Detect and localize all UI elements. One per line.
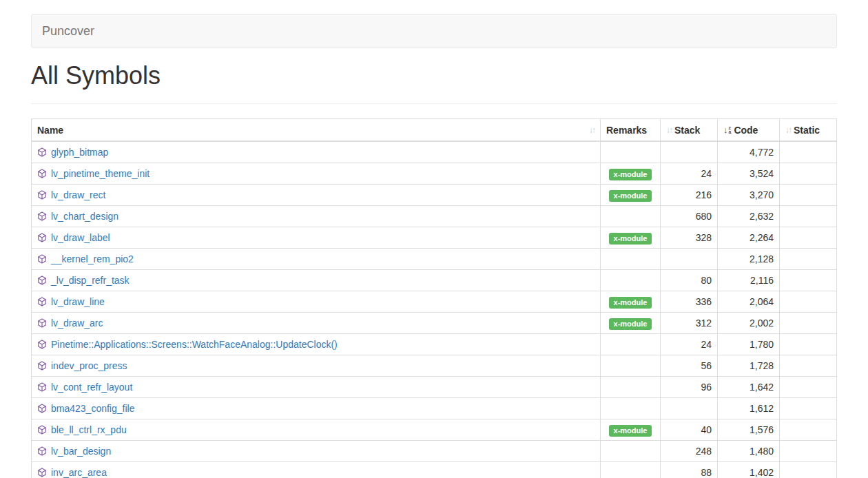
code-cell: 1,402 [718, 462, 780, 478]
code-cell: 1,576 [718, 419, 780, 441]
symbol-link[interactable]: lv_pinetime_theme_init [51, 167, 149, 180]
symbol-name-cell: lv_bar_design [32, 441, 601, 462]
symbol-name-cell: lv_draw_arc [32, 313, 601, 334]
static-cell [780, 313, 837, 334]
static-cell [780, 141, 837, 163]
symbol-name-cell: lv_draw_label [32, 227, 601, 249]
symbol-link[interactable]: lv_chart_design [51, 209, 118, 223]
table-header-row: Name Remarks Stack [32, 119, 837, 142]
sort-icon [785, 123, 791, 137]
static-cell [780, 377, 837, 398]
symbol-link[interactable]: indev_proc_press [51, 359, 127, 373]
x-module-badge: x-module [609, 318, 652, 330]
column-header-stack[interactable]: Stack [661, 119, 718, 142]
remarks-cell: x-module [601, 227, 661, 249]
column-header-remarks[interactable]: Remarks [601, 119, 661, 142]
code-cell: 2,632 [718, 206, 780, 227]
stack-cell: 248 [661, 441, 718, 462]
symbol-link[interactable]: bma423_config_file [51, 402, 134, 415]
cube-icon [37, 468, 47, 477]
symbol-name-cell: _lv_disp_refr_task [32, 270, 601, 291]
column-header-static[interactable]: Static [780, 119, 837, 142]
code-cell: 3,524 [718, 163, 780, 185]
symbol-name-cell: __kernel_rem_pio2 [32, 249, 601, 270]
static-cell [780, 249, 837, 270]
sort-descending-icon: ↓ z a [723, 123, 731, 137]
column-header-name[interactable]: Name [32, 119, 601, 142]
symbol-link[interactable]: lv_draw_label [51, 231, 110, 245]
cube-icon [37, 190, 47, 200]
static-cell [780, 462, 837, 478]
code-cell: 1,642 [718, 377, 780, 398]
cube-icon [37, 446, 47, 456]
stack-cell [661, 249, 718, 270]
code-cell: 2,264 [718, 227, 780, 249]
code-cell: 3,270 [718, 185, 780, 206]
symbol-link[interactable]: __kernel_rem_pio2 [51, 252, 134, 266]
cube-icon [37, 233, 47, 242]
cube-icon [37, 297, 47, 306]
code-cell: 1,780 [718, 334, 780, 355]
symbol-link[interactable]: _lv_disp_refr_task [51, 273, 130, 287]
static-cell [780, 163, 837, 185]
stack-cell: 24 [661, 334, 718, 355]
table-row: lv_pinetime_theme_init x-module 24 3,524 [32, 163, 837, 185]
symbol-link[interactable]: lv_cont_refr_layout [51, 380, 132, 394]
symbol-link[interactable]: ble_ll_ctrl_rx_pdu [51, 423, 127, 437]
remarks-cell [601, 206, 661, 227]
stack-cell: 56 [661, 355, 718, 377]
stack-cell: 24 [661, 163, 718, 185]
static-cell [780, 227, 837, 249]
static-cell [780, 398, 837, 419]
code-cell: 4,772 [718, 141, 780, 163]
symbol-name-cell: indev_proc_press [32, 355, 601, 377]
page-header: All Symbols [31, 62, 837, 104]
navbar-brand-link[interactable]: Puncover [32, 14, 105, 48]
code-cell: 2,128 [718, 249, 780, 270]
table-row: _lv_disp_refr_task 80 2,116 [32, 270, 837, 291]
remarks-cell: x-module [601, 291, 661, 313]
code-cell: 2,116 [718, 270, 780, 291]
symbol-name-cell: ble_ll_ctrl_rx_pdu [32, 419, 601, 441]
table-row: ble_ll_ctrl_rx_pdu x-module 40 1,576 [32, 419, 837, 441]
static-cell [780, 185, 837, 206]
static-cell [780, 206, 837, 227]
cube-icon [37, 361, 47, 371]
symbol-name-cell: lv_chart_design [32, 206, 601, 227]
stack-cell: 88 [661, 462, 718, 478]
table-row: lv_bar_design 248 1,480 [32, 441, 837, 462]
table-row: glyph_bitmap 4,772 [32, 141, 837, 163]
stack-cell: 40 [661, 419, 718, 441]
navbar: Puncover [31, 14, 837, 48]
symbol-link[interactable]: glyph_bitmap [51, 145, 108, 159]
static-cell [780, 291, 837, 313]
column-label-code: Code [734, 123, 758, 137]
symbol-link[interactable]: lv_draw_arc [51, 316, 103, 330]
column-header-code[interactable]: ↓ z a Code [718, 119, 780, 142]
cube-icon [37, 425, 47, 435]
static-cell [780, 334, 837, 355]
symbol-link[interactable]: Pinetime::Applications::Screens::WatchFa… [51, 337, 338, 351]
symbol-link[interactable]: lv_draw_rect [51, 188, 105, 202]
remarks-cell [601, 441, 661, 462]
symbol-link[interactable]: lv_draw_line [51, 295, 105, 309]
symbol-link[interactable]: lv_bar_design [51, 444, 111, 458]
table-row: lv_draw_rect x-module 216 3,270 [32, 185, 837, 206]
column-label-remarks: Remarks [606, 123, 647, 137]
symbol-link[interactable]: inv_arc_area [51, 466, 107, 478]
code-cell: 1,728 [718, 355, 780, 377]
remarks-cell [601, 462, 661, 478]
remarks-cell [601, 334, 661, 355]
table-row: __kernel_rem_pio2 2,128 [32, 249, 837, 270]
table-row: lv_draw_arc x-module 312 2,002 [32, 313, 837, 334]
stack-cell: 96 [661, 377, 718, 398]
table-row: indev_proc_press 56 1,728 [32, 355, 837, 377]
cube-icon [37, 169, 47, 178]
static-cell [780, 441, 837, 462]
remarks-cell: x-module [601, 185, 661, 206]
symbol-name-cell: lv_draw_rect [32, 185, 601, 206]
cube-icon [37, 147, 47, 157]
x-module-badge: x-module [609, 297, 652, 309]
remarks-cell [601, 249, 661, 270]
stack-cell: 680 [661, 206, 718, 227]
